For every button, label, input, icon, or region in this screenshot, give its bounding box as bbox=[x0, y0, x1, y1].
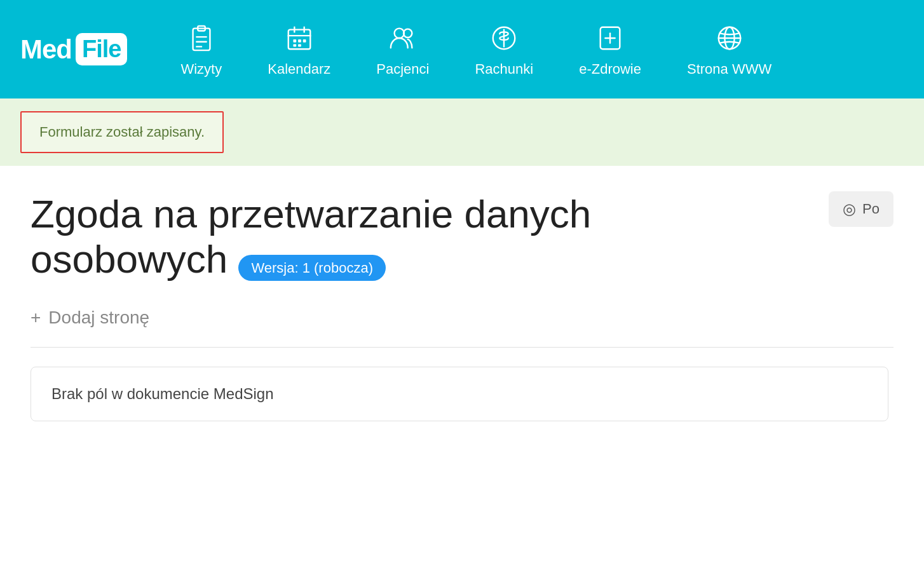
header: Med File Wizyty bbox=[0, 0, 924, 98]
page-title-line2: osobowych bbox=[31, 237, 228, 281]
clipboard-icon bbox=[185, 22, 218, 55]
dollar-icon bbox=[487, 22, 520, 55]
page-title-line1: Zgoda na przetwarzanie danych bbox=[31, 192, 591, 236]
nav-item-pacjenci[interactable]: Pacjenci bbox=[353, 22, 452, 78]
nav-item-e-zdrowie[interactable]: e-Zdrowie bbox=[556, 22, 664, 78]
calendar-icon bbox=[283, 22, 316, 55]
nav-strona-www-label: Strona WWW bbox=[687, 61, 771, 78]
add-page-label: Dodaj stronę bbox=[48, 308, 149, 328]
preview-button-label: Po bbox=[862, 201, 880, 217]
users-icon bbox=[386, 22, 419, 55]
section-divider bbox=[31, 347, 893, 348]
notification-text: Formularz został zapisany. bbox=[39, 124, 205, 140]
main-nav: Wizyty Kalendarz bbox=[158, 22, 904, 78]
preview-button[interactable]: ◎ Po bbox=[829, 191, 893, 227]
logo-med-text: Med bbox=[20, 34, 72, 65]
page-title: Zgoda na przetwarzanie danych osobowych … bbox=[31, 191, 591, 282]
svg-rect-10 bbox=[298, 39, 301, 42]
svg-rect-12 bbox=[293, 44, 296, 46]
nav-item-rachunki[interactable]: Rachunki bbox=[452, 22, 556, 78]
svg-point-14 bbox=[394, 28, 404, 37]
medsign-text: Brak pól w dokumencie MedSign bbox=[51, 385, 274, 402]
logo-file-box: File bbox=[76, 33, 127, 65]
nav-rachunki-label: Rachunki bbox=[475, 61, 533, 78]
notification-banner: Formularz został zapisany. bbox=[0, 98, 924, 166]
medical-plus-icon bbox=[594, 22, 627, 55]
nav-item-strona-www[interactable]: Strona WWW bbox=[664, 22, 794, 78]
svg-rect-11 bbox=[303, 39, 306, 42]
svg-rect-13 bbox=[298, 44, 301, 46]
logo-file-text: File bbox=[82, 36, 121, 62]
logo: Med File bbox=[20, 33, 127, 65]
nav-wizyty-label: Wizyty bbox=[180, 61, 222, 78]
notification-box: Formularz został zapisany. bbox=[20, 111, 224, 153]
nav-item-wizyty[interactable]: Wizyty bbox=[158, 22, 245, 78]
medsign-card: Brak pól w dokumencie MedSign bbox=[31, 367, 888, 421]
nav-e-zdrowie-label: e-Zdrowie bbox=[579, 61, 641, 78]
nav-kalendarz-label: Kalendarz bbox=[268, 61, 330, 78]
globe-icon bbox=[713, 22, 746, 55]
add-page-section[interactable]: + Dodaj stronę bbox=[31, 308, 893, 328]
nav-item-kalendarz[interactable]: Kalendarz bbox=[245, 22, 353, 78]
page-title-left: Zgoda na przetwarzanie danych osobowych … bbox=[31, 191, 591, 282]
page-title-area: Zgoda na przetwarzanie danych osobowych … bbox=[31, 191, 893, 282]
main-content: Zgoda na przetwarzanie danych osobowych … bbox=[0, 166, 924, 447]
svg-rect-9 bbox=[293, 39, 296, 42]
add-page-plus-icon: + bbox=[31, 308, 41, 328]
nav-pacjenci-label: Pacjenci bbox=[376, 61, 429, 78]
version-badge: Wersja: 1 (robocza) bbox=[238, 255, 386, 281]
eye-icon: ◎ bbox=[843, 200, 856, 218]
